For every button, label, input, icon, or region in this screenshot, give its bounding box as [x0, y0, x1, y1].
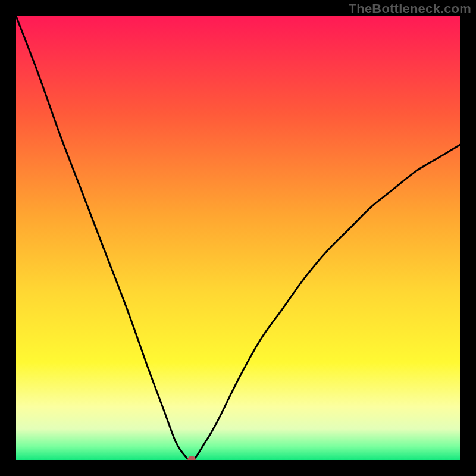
bottleneck-curve	[16, 16, 460, 460]
watermark-text: TheBottleneck.com	[349, 1, 471, 17]
min-point-marker	[187, 456, 196, 460]
chart-outer: TheBottleneck.com	[0, 0, 476, 476]
plot-area	[16, 16, 460, 460]
